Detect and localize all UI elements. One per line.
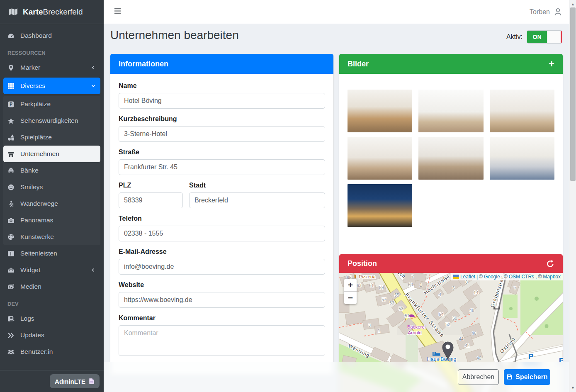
adminlte-badge[interactable]: AdminLTE — [50, 374, 100, 388]
hiking-icon — [7, 200, 15, 207]
hotel-photo-bedroom-office-chair[interactable] — [418, 137, 483, 180]
brand-name-bold: Karte — [23, 7, 43, 17]
sidebar-item-label: Panoramas — [20, 217, 53, 224]
house-number: 42 — [465, 343, 470, 348]
parking-icon: P — [7, 101, 15, 108]
sidebar-item-kunstwerke[interactable]: Kunstwerke — [3, 229, 100, 245]
page-title: Unternehmen bearbeiten — [110, 29, 239, 42]
informationen-title: Informationen — [119, 60, 168, 68]
active-toggle[interactable]: ON — [527, 30, 562, 44]
sidebar-item-updates[interactable]: Updates — [3, 327, 100, 343]
sidebar-item-label: Benutzer:in — [20, 348, 53, 355]
house-number: 50 — [452, 316, 457, 321]
store-icon — [7, 151, 15, 158]
sidebar-item-seitenleisten[interactable]: Seitenleisten — [3, 245, 100, 262]
sidebar-item-marker[interactable]: Marker — [3, 59, 100, 76]
sidebar-item-smileys[interactable]: Smileys — [3, 179, 100, 195]
parking-p-icon: P — [528, 352, 534, 361]
save-button[interactable]: Speichern — [504, 369, 550, 385]
page-scrollbar[interactable]: ▲ ▼ — [569, 0, 576, 392]
sidebar-item-medien[interactable]: Medien — [3, 278, 100, 295]
informationen-card: Informationen Name Kurzbeschreibung Stra… — [110, 54, 333, 375]
brand[interactable]: KarteBreckerfeld — [0, 0, 104, 24]
hotel-photo-room-tv-armchair[interactable] — [490, 90, 554, 132]
sidebar-item-panoramas[interactable]: Panoramas — [3, 212, 100, 229]
house-number: 6 — [452, 285, 455, 290]
telefon-input[interactable] — [119, 226, 325, 241]
angles-right-icon — [7, 332, 15, 339]
sidebar-item-diverses[interactable]: Diverses — [3, 78, 100, 94]
hotel-photo-bedroom-white[interactable] — [418, 90, 483, 132]
sidebar-item-parkplaetze[interactable]: P Parkplätze — [3, 96, 100, 112]
plz-input[interactable] — [119, 192, 183, 208]
osm-link[interactable]: OSM CTRs — [509, 274, 534, 280]
add-image-button[interactable]: + — [549, 59, 554, 69]
name-label: Name — [119, 82, 325, 90]
kommentar-textarea[interactable] — [119, 325, 325, 356]
sidebar-item-benutzerin[interactable]: Benutzer:in — [3, 343, 100, 360]
sidebar-item-dashboard[interactable]: Dashboard — [3, 27, 100, 44]
sidebar-item-sehenswuerdigkeiten[interactable]: Sehenswürdigkeiten — [3, 112, 100, 129]
website-label: Website — [119, 281, 325, 289]
informationen-header: Informationen — [110, 54, 333, 74]
house-number: 46 — [471, 331, 476, 336]
house-number: 7 — [514, 286, 516, 291]
cancel-button[interactable]: Abbrechen — [458, 369, 499, 385]
sidebar-item-label: Smileys — [20, 183, 43, 191]
sidebar-item-spielplaetze[interactable]: Spielplätze — [3, 129, 100, 146]
sidebar-item-label: Updates — [20, 331, 44, 339]
sidebar-item-label: Seitenleisten — [20, 250, 57, 257]
undo-icon[interactable] — [546, 260, 554, 268]
adminlte-badge-label: AdminLTE — [55, 378, 85, 385]
poi-label-pizzeria: Pizzeria — [359, 274, 376, 279]
stadt-label: Stadt — [189, 182, 325, 189]
sidebar-item-label: Marker — [20, 64, 40, 71]
zoom-out-button[interactable]: − — [344, 292, 357, 304]
field-kommentar: Kommentar — [119, 314, 325, 358]
sidebar-item-wanderwege[interactable]: Wanderwege — [3, 195, 100, 212]
speedometer-icon — [7, 32, 15, 39]
hotel-photo-bedroom-desk[interactable] — [348, 137, 412, 180]
stadt-input[interactable] — [189, 192, 325, 208]
bench-icon — [7, 167, 15, 174]
email-label: E-Mail-Adresse — [119, 248, 325, 256]
star-icon — [7, 117, 15, 124]
app-window: KarteBreckerfeld Dashboard RESSOURCEN Ma… — [0, 0, 576, 392]
house-number: 4 — [439, 292, 441, 297]
house-number: 54 — [439, 312, 444, 317]
scrollbar-up-arrow[interactable]: ▲ — [569, 1, 576, 7]
poi-label-arnold: Arnold — [408, 330, 421, 335]
field-website: Website — [119, 281, 325, 308]
sidebar-item-logs[interactable]: Logs — [3, 310, 100, 327]
hotel-photo-exterior-night[interactable] — [348, 184, 412, 227]
strasse-input[interactable] — [119, 159, 325, 175]
toggle-handle — [547, 31, 561, 43]
sidebar-item-unternehmen[interactable]: Unternehmen — [3, 146, 100, 162]
leaflet-link[interactable]: Leaflet — [460, 274, 475, 280]
field-plz-stadt-row: PLZ Stadt — [119, 182, 325, 208]
zoom-in-button[interactable]: + — [344, 279, 357, 292]
map-icon — [7, 7, 19, 16]
website-input[interactable] — [119, 292, 325, 308]
sidebar: KarteBreckerfeld Dashboard RESSOURCEN Ma… — [0, 0, 104, 392]
scrollbar-down-arrow[interactable]: ▼ — [569, 385, 576, 391]
email-input[interactable] — [119, 259, 325, 275]
house-number: 55 — [394, 292, 399, 297]
kommentar-label: Kommentar — [119, 314, 325, 322]
user-menu[interactable]: Torben — [530, 0, 562, 24]
sidebar-item-label: Spielplätze — [20, 134, 52, 141]
sidebar-item-baenke[interactable]: Bänke — [3, 162, 100, 179]
scrollbar-thumb[interactable] — [570, 7, 576, 181]
hotel-photo-lobby-ship[interactable] — [348, 90, 412, 132]
kurzbeschreibung-input[interactable] — [119, 126, 325, 142]
hamburger-icon[interactable] — [114, 8, 121, 16]
house-number: 1 — [420, 282, 422, 287]
kurzbeschreibung-label: Kurzbeschreibung — [119, 115, 325, 123]
house-number: 3 — [368, 323, 371, 328]
mapbox-link[interactable]: Mapbox — [543, 274, 561, 280]
sidebar-item-widget[interactable]: Widget — [3, 262, 100, 278]
hotel-photo-attic-room[interactable] — [490, 137, 554, 180]
google-link[interactable]: Google — [484, 274, 500, 280]
telefon-label: Telefon — [119, 215, 325, 222]
name-input[interactable] — [119, 93, 325, 109]
